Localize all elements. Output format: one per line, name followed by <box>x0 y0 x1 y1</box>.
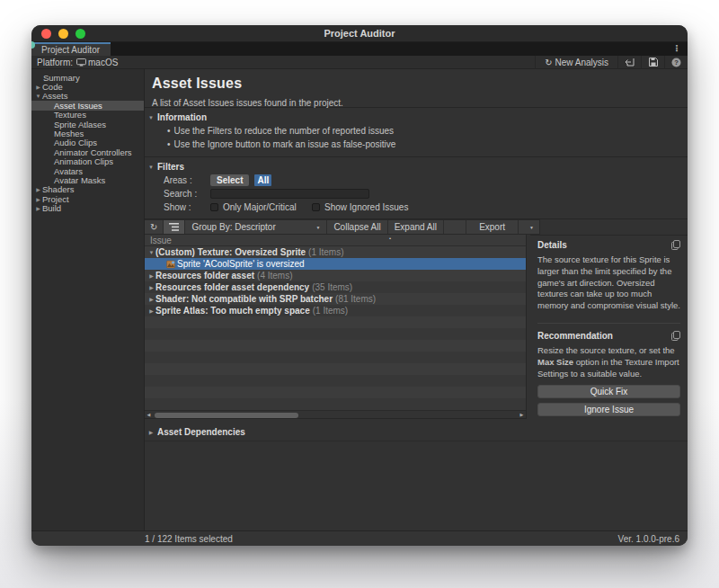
analysis-toolbar: Platform: macOS ↻ New Analysis <box>31 56 688 69</box>
sidebar-item-textures[interactable]: Textures <box>31 111 144 120</box>
sidebar-item-summary[interactable]: Summary <box>31 73 144 82</box>
export-split-button: Export ▼ <box>466 220 539 234</box>
show-ignored-option[interactable]: Show Ignored Issues <box>312 202 413 212</box>
sidebar-item-animator-controllers[interactable]: Animator Controllers <box>31 147 144 156</box>
issue-group-row[interactable]: ▶ Resources folder asset (4 Items) <box>145 270 526 281</box>
foldout-closed-icon[interactable]: ▶ <box>147 272 155 279</box>
information-foldout[interactable]: ▼ Information <box>147 112 688 122</box>
sidebar-item-avatars[interactable]: Avatars <box>31 166 144 175</box>
project-auditor-window: Project Auditor Project Auditor ⋮ Platfo… <box>31 25 688 546</box>
foldout-closed-icon[interactable]: ▶ <box>34 186 42 192</box>
issue-group-row[interactable]: ▶ Sprite Atlas: Too much empty space (1 … <box>145 305 526 316</box>
collapse-all-button[interactable]: Collapse All <box>327 220 387 234</box>
tab-status-dot-icon <box>31 41 35 49</box>
help-button[interactable]: ? <box>664 56 688 69</box>
minimize-window-button[interactable] <box>58 29 68 39</box>
sidebar-item-animation-clips[interactable]: Animation Clips <box>31 157 144 166</box>
filters-foldout[interactable]: ▼ Filters <box>147 162 688 172</box>
refresh-table-button[interactable]: ↻ <box>145 220 164 234</box>
issue-group-row[interactable]: ▶ Resources folder asset dependency (35 … <box>145 281 526 293</box>
refresh-icon: ↻ <box>150 222 157 232</box>
ignore-issue-button[interactable]: Ignore Issue <box>537 403 680 416</box>
page-title: Asset Issues <box>152 76 688 92</box>
foldout-open-icon: ▼ <box>147 115 155 120</box>
foldout-open-icon[interactable]: ▼ <box>34 94 42 99</box>
foldout-closed-icon[interactable]: ▶ <box>34 205 42 211</box>
sidebar-item-asset-issues[interactable]: Asset Issues <box>31 101 144 110</box>
save-report-button[interactable] <box>641 56 664 69</box>
svg-text:?: ? <box>674 58 679 67</box>
platform-value: macOS <box>88 58 118 67</box>
areas-filter-row: Areas : Select All <box>164 174 688 185</box>
scrollbar-thumb[interactable] <box>155 413 298 418</box>
copy-icon[interactable] <box>671 331 680 341</box>
load-report-button[interactable] <box>617 56 641 69</box>
copy-icon[interactable] <box>671 240 680 250</box>
search-label: Search : <box>164 189 210 199</box>
new-analysis-button[interactable]: ↻ New Analysis <box>535 56 617 69</box>
close-window-button[interactable] <box>41 29 51 39</box>
foldout-closed-icon[interactable]: ▶ <box>147 284 155 290</box>
page-header: Asset Issues A list of Asset Issues issu… <box>145 69 688 108</box>
tab-menu-more-icon[interactable]: ⋮ <box>672 43 681 53</box>
zoom-window-button[interactable] <box>75 29 85 39</box>
macos-titlebar: Project Auditor <box>31 25 688 42</box>
sidebar-item-audio-clips[interactable]: Audio Clips <box>31 138 144 147</box>
empty-row <box>145 352 526 363</box>
export-dropdown-button[interactable]: ▼ <box>518 220 539 234</box>
issues-split-view: Issue • ▼ (Custom) Texture: Oversized Sp… <box>145 235 688 419</box>
column-resize-dot-icon[interactable]: • <box>389 236 391 241</box>
expand-all-button[interactable]: Expand All <box>388 220 444 234</box>
show-ignored-checkbox[interactable] <box>312 203 320 211</box>
sidebar-item-shaders[interactable]: ▶Shaders <box>31 185 144 194</box>
information-section: ▼ Information •Use the Filters to reduce… <box>145 108 688 157</box>
show-label: Show : <box>164 202 210 212</box>
chevron-down-icon: ▼ <box>315 225 320 230</box>
view-tree-sidebar: Summary ▶Code ▼Assets Asset Issues Textu… <box>31 69 145 530</box>
sidebar-item-avatar-masks[interactable]: Avatar Masks <box>31 175 144 184</box>
issue-column-header[interactable]: Issue • <box>145 235 526 246</box>
asset-dependencies-foldout[interactable]: ▶ Asset Dependencies <box>145 423 688 441</box>
refresh-icon: ↻ <box>545 58 552 67</box>
only-major-critical-option[interactable]: Only Major/Critical <box>210 202 312 212</box>
foldout-closed-icon[interactable]: ▶ <box>34 196 42 202</box>
details-panel: Details The source texture for this Spri… <box>530 235 688 419</box>
sidebar-item-sprite-atlases[interactable]: Sprite Atlases <box>31 120 144 129</box>
horizontal-scrollbar[interactable]: ◀ ▶ <box>145 410 526 418</box>
scroll-right-icon[interactable]: ▶ <box>518 412 526 417</box>
foldout-closed-icon[interactable]: ▶ <box>34 84 42 90</box>
scroll-left-icon[interactable]: ◀ <box>145 412 153 417</box>
search-input[interactable] <box>210 189 369 199</box>
quick-fix-button[interactable]: Quick Fix <box>537 385 680 398</box>
foldout-closed-icon: ▶ <box>147 429 155 435</box>
export-button[interactable]: Export <box>466 220 518 234</box>
sidebar-item-code[interactable]: ▶Code <box>31 82 144 91</box>
foldout-open-icon: ▼ <box>147 165 155 170</box>
information-bullets: •Use the Filters to reduce the number of… <box>167 126 688 149</box>
info-bullet: •Use the Ignore button to mark an issue … <box>167 139 688 149</box>
info-bullet: •Use the Filters to reduce the number of… <box>167 126 688 136</box>
issue-group-row[interactable]: ▼ (Custom) Texture: Oversized Sprite (1 … <box>145 246 526 258</box>
issue-group-row[interactable]: ▶ Shader: Not compatible with SRP batche… <box>145 293 526 305</box>
issues-table-toolbar: ↻ Group By: Descriptor ▼ Collapse All Ex… <box>145 219 540 235</box>
recommendation-header: Recommendation <box>537 331 680 341</box>
empty-row <box>145 316 526 328</box>
tab-project-auditor[interactable]: Project Auditor <box>31 42 111 56</box>
sidebar-item-project[interactable]: ▶Project <box>31 194 144 203</box>
view-mode-toggle-button[interactable] <box>164 220 185 234</box>
sidebar-item-build[interactable]: ▶Build <box>31 203 144 212</box>
sidebar-item-assets[interactable]: ▼Assets <box>31 92 144 101</box>
only-major-critical-checkbox[interactable] <box>210 203 218 211</box>
empty-row <box>145 340 526 352</box>
group-by-dropdown[interactable]: Group By: Descriptor ▼ <box>185 220 327 234</box>
foldout-closed-icon[interactable]: ▶ <box>147 307 155 314</box>
empty-row <box>145 363 526 375</box>
content-filler <box>145 441 688 530</box>
empty-row <box>145 398 526 410</box>
scrollbar-track[interactable] <box>153 411 518 418</box>
foldout-open-icon[interactable]: ▼ <box>147 250 155 255</box>
foldout-closed-icon[interactable]: ▶ <box>147 296 155 302</box>
sidebar-item-meshes[interactable]: Meshes <box>31 129 144 138</box>
areas-select-button[interactable]: Select <box>210 174 249 186</box>
issue-row-selected[interactable]: Sprite 'ACoolSprite' is oversized <box>145 258 526 270</box>
